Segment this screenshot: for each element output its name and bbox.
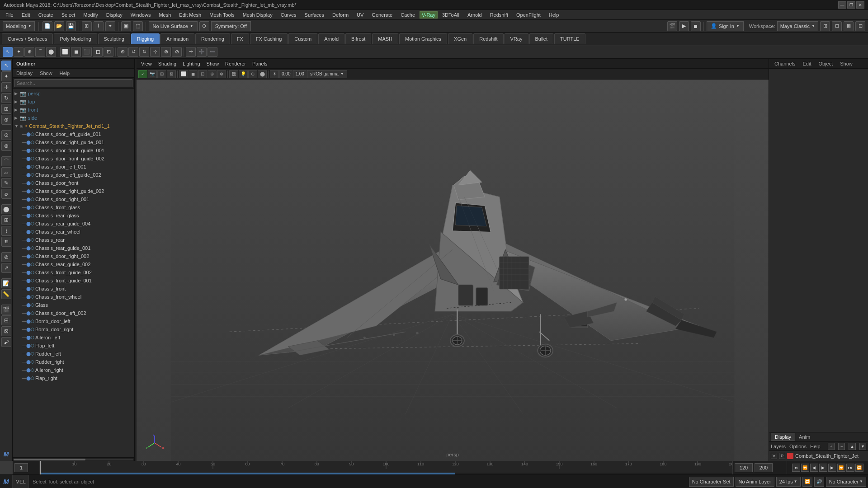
symmetry-btn[interactable]: Symmetry: Off [211, 21, 251, 31]
paint-effects-tool[interactable]: 🖌 [1, 337, 11, 347]
menu-uv[interactable]: UV [353, 11, 367, 19]
menu-deform[interactable]: Deform [329, 11, 352, 19]
open-file-btn[interactable]: 📂 [54, 21, 64, 31]
layout-icon4[interactable]: ⊡ [855, 21, 865, 31]
list-item[interactable]: —⬤⬡Rudder_right [13, 358, 134, 366]
list-item[interactable]: —⬤⬡Chassis_door_right_guide_002 [13, 187, 134, 195]
render-btn[interactable]: 🎬 [667, 21, 677, 31]
tab-animation[interactable]: Animation [160, 33, 194, 44]
no-character-set-btn[interactable]: No Character Set [689, 477, 734, 487]
list-item[interactable]: —⬤⬡Aileron_right [13, 366, 134, 374]
vp-exposure-btn[interactable]: ☀ [270, 70, 279, 78]
list-item[interactable]: —⬤⬡Chassis_rear_guide_004 [13, 220, 134, 228]
menu-arnold[interactable]: Arnold [464, 11, 486, 19]
list-item[interactable]: —⬤⬡Chassis_door_right_002 [13, 252, 134, 260]
outliner-menu-help[interactable]: Help [58, 70, 72, 76]
workspace-dropdown[interactable]: Maya Classic ▼ [777, 21, 818, 31]
list-item[interactable]: —⬤⬡Chassis_front_guide_001 [13, 277, 134, 285]
audio-btn[interactable]: 🔊 [814, 477, 824, 487]
tab-rigging[interactable]: Rigging [131, 33, 160, 44]
paint-tool-btn[interactable]: ✦ [14, 47, 24, 57]
no-anim-layer-btn[interactable]: No Anim Layer [736, 477, 774, 487]
menu-3dtoall[interactable]: 3DToAll [439, 11, 463, 19]
vp-persp-btn[interactable]: ⊞ [157, 70, 166, 78]
ik-handle-tool[interactable]: ↗ [1, 263, 11, 273]
list-item[interactable]: ▶ 📷 persp [13, 89, 134, 98]
list-item[interactable]: —⬤⬡Chassis_door_left_guide_001 [13, 130, 134, 138]
stop-btn[interactable]: ⏹ [691, 21, 701, 31]
vp-exposure-val1[interactable]: 0.00 [279, 70, 292, 78]
menu-edit-mesh[interactable]: Edit Mesh [175, 11, 205, 19]
tab-arnold[interactable]: Arnold [318, 33, 344, 44]
tab-redshift[interactable]: Redshift [473, 33, 503, 44]
render-tool[interactable]: 🎬 [1, 305, 11, 314]
rig-joint-btn[interactable]: ⊛ [118, 47, 127, 57]
layer-row[interactable]: V P Combat_Stealth_Fighter_Jet [769, 451, 868, 461]
menu-openflight[interactable]: OpenFlight [513, 11, 544, 19]
rig-weight-btn[interactable]: ⊘ [172, 47, 182, 57]
list-item[interactable]: —⬤⬡Chassis_door_left_guide_002 [13, 171, 134, 179]
loop-btn[interactable]: 🔁 [855, 464, 863, 472]
menu-select[interactable]: Select [58, 11, 79, 19]
menu-mesh-tools[interactable]: Mesh Tools [206, 11, 238, 19]
move-btn[interactable]: ✛ [186, 47, 196, 57]
vp-menu-panels[interactable]: Panels [250, 60, 270, 67]
playblast-btn[interactable]: ▶ [679, 21, 689, 31]
vp-cam-btn[interactable]: 📷 [148, 70, 157, 78]
tab-bifrost[interactable]: Bifrost [345, 33, 371, 44]
outliner-menu-display[interactable]: Display [14, 70, 34, 76]
show-manip-tool[interactable]: ⊛ [1, 141, 11, 151]
menu-vray-tag[interactable]: V-Ray [420, 11, 438, 19]
vp-wireframe-btn[interactable]: ⬜ [179, 70, 188, 78]
menu-surfaces[interactable]: Surfaces [301, 11, 328, 19]
vp-show-all-btn[interactable]: ⊛ [208, 70, 217, 78]
add-layer-btn[interactable]: + [828, 443, 835, 450]
help-menu[interactable]: Help [810, 444, 821, 449]
tab-mash[interactable]: MASH [372, 33, 398, 44]
select-mode-btn[interactable]: ▣ [121, 21, 131, 31]
list-item[interactable]: —⬤⬡Chassis_front [13, 285, 134, 293]
lattice-tool[interactable]: ⊞ [1, 215, 11, 225]
save-file-btn[interactable]: 💾 [66, 21, 76, 31]
snap-point-btn[interactable]: ✦ [105, 21, 115, 31]
select-tool-btn[interactable]: ↖ [3, 47, 13, 57]
menu-file[interactable]: File [2, 11, 17, 19]
move-tool-btn[interactable]: ⊕ [24, 47, 34, 57]
cb-tab-channels[interactable]: Channels [773, 60, 797, 67]
list-item[interactable]: ▶ 📷 front [13, 106, 134, 114]
layer-visibility[interactable]: V [771, 453, 777, 459]
list-item[interactable]: ▶ 📷 side [13, 114, 134, 122]
list-item[interactable]: —⬤⬡Chassis_front_guide_002 [13, 268, 134, 277]
render-region-tool[interactable]: ⊟ [1, 315, 11, 325]
list-item[interactable]: —⬤⬡Chassis_rear_glass [13, 211, 134, 220]
prev-frame-btn[interactable]: ◀ [810, 464, 818, 472]
list-item[interactable]: —⬤⬡Chassis_door_left_002 [13, 309, 134, 317]
tab-vray[interactable]: VRay [505, 33, 528, 44]
next-key-btn[interactable]: ⏩ [837, 464, 845, 472]
layer-up-btn[interactable]: ▲ [849, 443, 855, 450]
total-frames-input[interactable]: 200 [755, 463, 773, 472]
wire-tool[interactable]: ⌇ [1, 226, 11, 236]
menu-create[interactable]: Create [35, 11, 57, 19]
list-item[interactable]: —⬤⬡Chassis_door_front [13, 179, 134, 187]
list-item[interactable]: ▶ 📷 top [13, 98, 134, 106]
current-frame-input[interactable]: 1 [14, 463, 28, 472]
sculpt-tool[interactable]: ⬤ [1, 204, 11, 214]
soft-mod-tool[interactable]: ⊙ [1, 130, 11, 140]
paint-skin-tool[interactable]: ✦ [1, 71, 11, 81]
rig-ctrl-btn[interactable]: ⊹ [150, 47, 160, 57]
tab-turtle[interactable]: TURTLE [554, 33, 585, 44]
viewport-canvas[interactable]: persp X Y Z [137, 80, 769, 461]
cb-tab-show[interactable]: Show [838, 60, 854, 67]
move-tool[interactable]: ✛ [1, 82, 11, 92]
list-item[interactable]: —⬤⬡Chassis_rear_guide_001 [13, 244, 134, 252]
tab-custom[interactable]: Custom [288, 33, 317, 44]
vp-gamma-dropdown[interactable]: sRGB gamma ▼ [307, 70, 347, 78]
maya-logo-btn[interactable]: M [0, 475, 13, 488]
tab-fx-caching[interactable]: FX Caching [250, 33, 288, 44]
restore-button[interactable]: ❐ [847, 1, 855, 9]
face-mode-btn[interactable]: ◼ [71, 47, 81, 57]
rig-ik-btn[interactable]: ↺ [128, 47, 138, 57]
menu-mesh[interactable]: Mesh [155, 11, 175, 19]
minus-btn[interactable]: ➖ [208, 47, 217, 57]
